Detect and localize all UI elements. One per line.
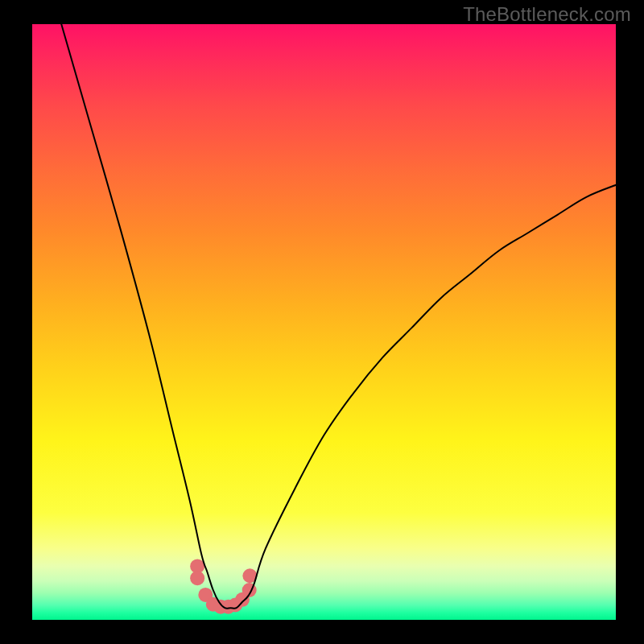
bottleneck-curve (61, 24, 616, 609)
chart-container: TheBottleneck.com (0, 0, 644, 644)
curve-layer (32, 24, 616, 620)
highlight-dot (190, 571, 204, 585)
watermark-text: TheBottleneck.com (463, 3, 631, 26)
highlight-dots-group (190, 559, 257, 613)
plot-area (32, 24, 616, 620)
